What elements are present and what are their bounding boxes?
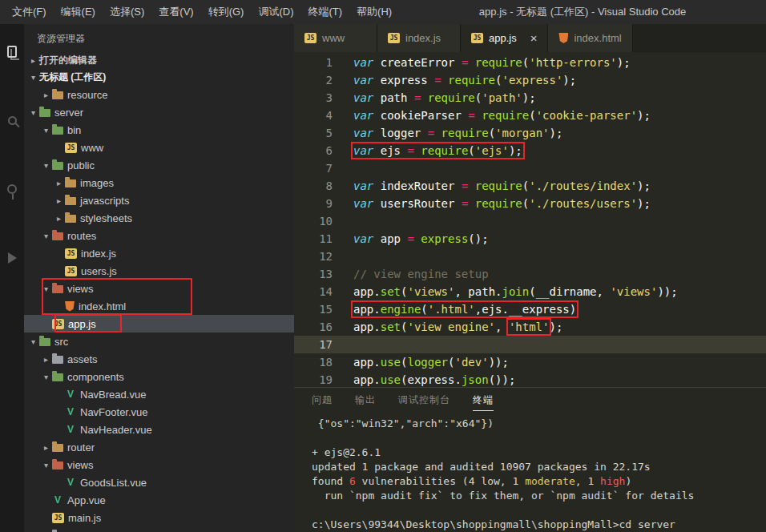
tree-item-routes[interactable]: ▾routes — [24, 227, 294, 244]
tree-item-static[interactable]: ▸static — [24, 526, 294, 532]
tree-item-App.vue[interactable]: VApp.vue — [24, 491, 294, 509]
tree-item-stylesheets[interactable]: ▸stylesheets — [24, 209, 294, 227]
tree-item-src[interactable]: ▾src — [24, 332, 294, 350]
tree-item-NavBread.vue[interactable]: VNavBread.vue — [24, 385, 294, 403]
menu-item[interactable]: 调试(D) — [251, 0, 300, 24]
tree-item-index.js[interactable]: JSindex.js — [24, 244, 294, 262]
tree-item-GoodsList.vue[interactable]: VGoodsList.vue — [24, 474, 294, 491]
panel-tab-问题[interactable]: 问题 — [312, 389, 333, 411]
tree-item-index.html[interactable]: index.html — [24, 297, 294, 315]
code-line-12[interactable]: 12 — [294, 248, 766, 265]
code-line-6[interactable]: 6var ejs = require('ejs'); — [294, 142, 766, 159]
code-line-13[interactable]: 13// view engine setup — [294, 265, 766, 283]
source-control-icon[interactable] — [3, 181, 21, 197]
tree-item-public[interactable]: ▾public — [24, 156, 294, 174]
code-line-4[interactable]: 4var cookieParser = require('cookie-pars… — [294, 107, 766, 124]
menu-item[interactable]: 查看(V) — [151, 0, 200, 24]
code-line-18[interactable]: 18app.use(logger('dev')); — [294, 353, 766, 371]
code-line-9[interactable]: 9var usersRouter = require('./routes/use… — [294, 195, 766, 212]
line-number: 1 — [294, 54, 333, 71]
debug-icon[interactable] — [3, 250, 21, 266]
menu-item[interactable]: 转到(G) — [201, 0, 252, 24]
menu-item[interactable]: 文件(F) — [5, 0, 54, 24]
close-icon[interactable]: × — [530, 32, 538, 44]
tree-item-resource[interactable]: ▸resource — [24, 86, 294, 103]
code-line-14[interactable]: 14app.set('views', path.join(__dirname, … — [294, 283, 766, 300]
code-line-1[interactable]: 1var createError = require('http-errors'… — [294, 54, 766, 71]
tree-item-label: index.html — [79, 300, 126, 312]
code-editor[interactable]: 1var createError = require('http-errors'… — [294, 52, 766, 387]
code-line-19[interactable]: 19app.use(express.json()); — [294, 371, 766, 387]
tab-app.js[interactable]: JSapp.js× — [461, 24, 548, 52]
code-token: 'express' — [502, 74, 562, 87]
terminal-blank — [312, 432, 318, 444]
code-token: logger — [373, 127, 427, 139]
code-line-17[interactable]: 17 — [294, 336, 766, 353]
code-line-8[interactable]: 8var indexRouter = require('./routes/ind… — [294, 177, 766, 195]
folder-icon — [52, 127, 63, 135]
code-token: app — [353, 320, 373, 333]
tree-item-views[interactable]: ▾views — [24, 280, 294, 297]
menu-item[interactable]: 终端(T) — [300, 0, 349, 24]
line-number: 4 — [294, 107, 333, 124]
terminal-output[interactable]: {"os":"win32","arch":"x64"}) + ejs@2.6.1… — [294, 412, 766, 532]
tree-item-app.js[interactable]: JSapp.js — [24, 315, 294, 332]
tree-item-bin[interactable]: ▾bin — [24, 121, 294, 139]
code-line-2[interactable]: 2var express = require('express'); — [294, 71, 766, 89]
code-line-16[interactable]: 16app.set('view engine', 'html'); — [294, 318, 766, 336]
tree-item-components[interactable]: ▾components — [24, 368, 294, 385]
tree-item-main.js[interactable]: JSmain.js — [24, 509, 294, 526]
open-editors-section[interactable]: ▸ 打开的编辑器 — [24, 51, 294, 69]
panel-tab-调试控制台[interactable]: 调试控制台 — [398, 389, 450, 411]
tab-index.html[interactable]: index.html — [548, 24, 632, 52]
terminal-text: , 1 — [575, 475, 600, 487]
menu-item[interactable]: 帮助(H) — [349, 0, 399, 24]
line-content: var createError = require('http-errors')… — [333, 54, 631, 71]
terminal-text: vulnerabilities (4 low, 1 — [356, 475, 525, 487]
code-token: express — [421, 232, 468, 245]
code-line-11[interactable]: 11var app = express(); — [294, 230, 766, 248]
code-token: 'ejs' — [475, 144, 509, 157]
tab-www[interactable]: JSwww — [294, 24, 377, 52]
code-line-15[interactable]: 15app.engine('.html',ejs.__express) — [294, 300, 766, 318]
tree-item-javascripts[interactable]: ▸javascripts — [24, 191, 294, 209]
tree-item-www[interactable]: JSwww — [24, 139, 294, 156]
terminal-text: found — [312, 475, 349, 487]
chevron-right-icon: ▸ — [40, 91, 52, 99]
tree-item-users.js[interactable]: JSusers.js — [24, 262, 294, 280]
code-line-7[interactable]: 7 — [294, 159, 766, 177]
tree-item-NavFooter.vue[interactable]: VNavFooter.vue — [24, 403, 294, 421]
code-token: ( — [522, 179, 529, 192]
line-content — [333, 159, 353, 177]
tree-item-assets[interactable]: ▸assets — [24, 350, 294, 368]
tree-item-images[interactable]: ▸images — [24, 174, 294, 191]
tree-item-label: NavFooter.vue — [80, 406, 148, 418]
tree-item-router[interactable]: ▸router — [24, 438, 294, 456]
line-content — [333, 248, 353, 265]
annotation-box: app.engine('.html',ejs.__express) — [353, 303, 576, 316]
panel-tab-终端[interactable]: 终端 — [473, 389, 494, 411]
panel-tab-输出[interactable]: 输出 — [355, 389, 376, 411]
menu-item[interactable]: 编辑(E) — [54, 0, 103, 24]
tab-index.js[interactable]: JSindex.js — [377, 24, 461, 52]
tree-item-views[interactable]: ▾views — [24, 456, 294, 474]
line-number: 15 — [294, 300, 333, 318]
vscode-window: 文件(F)编辑(E)选择(S)查看(V)转到(G)调试(D)终端(T)帮助(H)… — [0, 0, 766, 532]
code-line-3[interactable]: 3var path = require('path'); — [294, 89, 766, 107]
line-content: app.set('views', path.join(__dirname, 'v… — [333, 283, 678, 300]
branch-icon — [7, 184, 17, 194]
js-file-icon: JS — [65, 248, 77, 259]
search-icon[interactable] — [3, 112, 21, 128]
workspace-section[interactable]: ▾ 无标题 (工作区) — [24, 69, 294, 86]
line-number: 16 — [294, 318, 333, 336]
code-line-10[interactable]: 10 — [294, 212, 766, 230]
explorer-header: 资源管理器 — [24, 24, 294, 51]
menu-item[interactable]: 选择(S) — [103, 0, 151, 24]
terminal-text: moderate — [525, 475, 575, 487]
tree-item-server[interactable]: ▾server — [24, 103, 294, 121]
folder-icon — [65, 215, 76, 223]
explorer-icon[interactable] — [3, 43, 21, 59]
tree-item-label: components — [67, 371, 124, 383]
code-line-5[interactable]: 5var logger = require('morgan'); — [294, 124, 766, 142]
tree-item-NavHeader.vue[interactable]: VNavHeader.vue — [24, 421, 294, 438]
